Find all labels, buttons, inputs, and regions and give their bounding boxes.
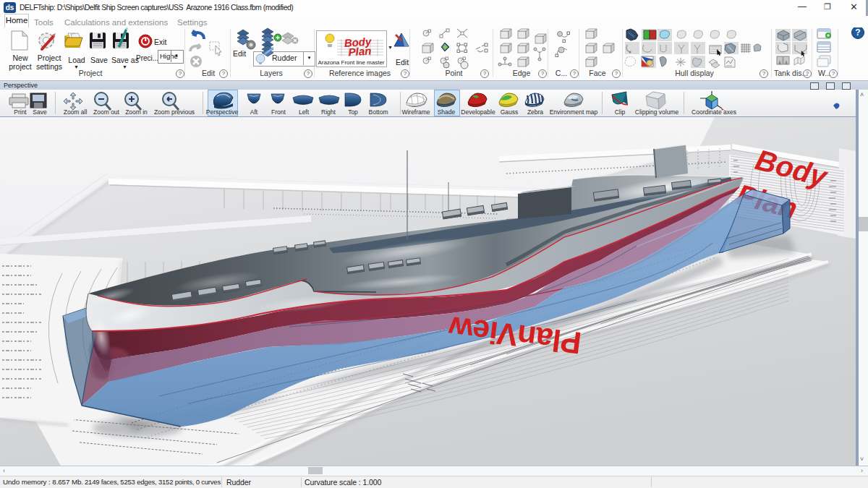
svg-text:?: ? [855,27,860,38]
svg-text:Plan: Plan [348,44,372,58]
